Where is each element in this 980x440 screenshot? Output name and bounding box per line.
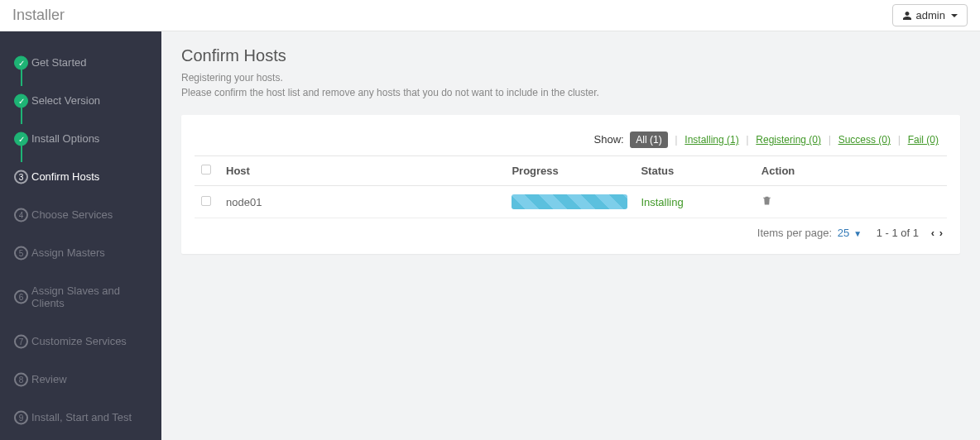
filter-label: Show:: [594, 133, 624, 146]
check-icon: ✓: [14, 132, 28, 146]
step-assign-slaves-clients[interactable]: 6 Assign Slaves and Clients: [0, 278, 161, 316]
hosts-card: Show: All (1) | Installing (1) | Registe…: [181, 115, 960, 254]
table-row: node01 Installing: [195, 186, 947, 218]
step-number: 9: [14, 410, 28, 424]
step-confirm-hosts[interactable]: 3 Confirm Hosts: [0, 164, 161, 189]
user-dropdown[interactable]: admin: [892, 4, 968, 26]
step-customize-services[interactable]: 7 Customize Services: [0, 328, 161, 354]
col-progress: Progress: [505, 156, 634, 186]
step-number: 8: [14, 372, 28, 386]
caret-down-icon: [951, 14, 958, 17]
page-prev[interactable]: ‹: [931, 227, 934, 239]
main-content: Confirm Hosts Registering your hosts. Pl…: [161, 31, 980, 440]
user-icon: [902, 11, 912, 21]
filter-registering[interactable]: Registering (0): [756, 134, 821, 146]
row-checkbox[interactable]: [201, 196, 211, 206]
filter-fail[interactable]: Fail (0): [908, 134, 939, 146]
step-assign-masters[interactable]: 5 Assign Masters: [0, 240, 161, 265]
page-subtitle: Registering your hosts. Please confirm t…: [181, 70, 960, 100]
filter-success[interactable]: Success (0): [838, 134, 891, 146]
col-status: Status: [634, 156, 754, 186]
step-number: 5: [14, 246, 28, 260]
trash-icon[interactable]: [761, 195, 772, 206]
page-next[interactable]: ›: [939, 227, 943, 239]
select-all-checkbox[interactable]: [201, 165, 211, 175]
step-number: 4: [14, 208, 28, 222]
filter-installing[interactable]: Installing (1): [685, 134, 738, 146]
step-select-version[interactable]: ✓ Select Version: [0, 88, 161, 113]
step-number: 6: [14, 290, 28, 304]
col-action: Action: [755, 156, 947, 186]
check-icon: ✓: [14, 55, 28, 69]
check-icon: ✓: [14, 93, 28, 108]
pager: Items per page: 25▼ 1 - 1 of 1 ‹ ›: [195, 218, 947, 241]
table-header-row: Host Progress Status Action: [195, 156, 947, 186]
progress-bar: [512, 194, 627, 209]
page-range: 1 - 1 of 1: [877, 227, 919, 239]
step-number: 3: [14, 170, 28, 184]
chevron-down-icon[interactable]: ▼: [853, 229, 862, 238]
host-name: node01: [219, 186, 505, 218]
sidebar: ✓ Get Started ✓ Select Version ✓ Install…: [0, 31, 161, 440]
filter-row: Show: All (1) | Installing (1) | Registe…: [195, 128, 947, 155]
page-title: Confirm Hosts: [181, 46, 960, 65]
step-install-options[interactable]: ✓ Install Options: [0, 126, 161, 151]
hosts-table: Host Progress Status Action node01 Insta…: [195, 155, 947, 218]
step-choose-services[interactable]: 4 Choose Services: [0, 202, 161, 227]
user-name: admin: [916, 9, 945, 22]
page-size-select[interactable]: 25: [838, 227, 849, 239]
brand-title: Installer: [12, 7, 65, 24]
status-link[interactable]: Installing: [641, 196, 683, 208]
pager-label: Items per page:: [757, 227, 832, 239]
step-install-start-test[interactable]: 9 Install, Start and Test: [0, 404, 161, 430]
step-get-started[interactable]: ✓ Get Started: [0, 50, 161, 75]
step-number: 7: [14, 334, 28, 348]
filter-all[interactable]: All (1): [630, 132, 667, 148]
header: Installer admin: [0, 0, 980, 31]
col-host: Host: [219, 156, 505, 186]
step-review[interactable]: 8 Review: [0, 366, 161, 392]
